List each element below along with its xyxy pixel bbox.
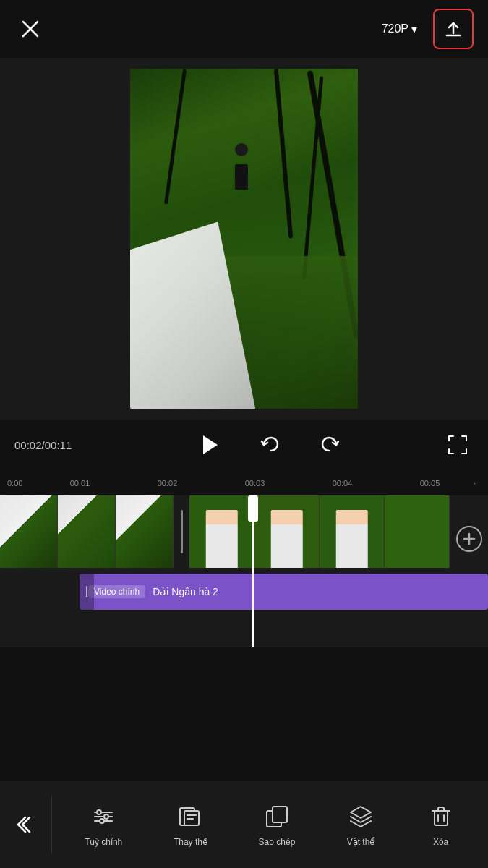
toolbar-item-xoa[interactable]: Xóa xyxy=(419,796,463,853)
quality-arrow: ▾ xyxy=(411,22,417,36)
controls-right xyxy=(437,429,474,461)
thumb-2 xyxy=(58,495,116,568)
ruler-mark-3: 00:03 xyxy=(211,479,299,488)
thumb-cut xyxy=(174,495,189,568)
close-button[interactable] xyxy=(14,13,46,45)
back-icon xyxy=(15,814,37,835)
redo-icon xyxy=(319,433,342,456)
svg-point-12 xyxy=(104,814,108,819)
preview-area xyxy=(0,58,488,420)
sliders-icon xyxy=(89,802,118,831)
toolbar-item-tuy-chinh[interactable]: Tuỳ chỉnh xyxy=(77,796,129,853)
header: 720P ▾ xyxy=(0,0,488,58)
toolbar-label-vat-the: Vật thể xyxy=(347,837,375,847)
time-display: 00:02/00:11 xyxy=(14,439,101,451)
ruler-mark-4: 00:04 xyxy=(299,479,386,488)
thumb-7 xyxy=(320,495,385,568)
toolbar-label-tuy-chinh: Tuỳ chỉnh xyxy=(85,837,122,847)
toolbar-label-xoa: Xóa xyxy=(433,837,448,847)
video-frame xyxy=(130,69,358,409)
controls-center xyxy=(101,429,437,461)
playback-controls: 00:02/00:11 xyxy=(0,420,488,470)
thumb-6 xyxy=(254,495,320,568)
redo-button[interactable] xyxy=(314,429,346,461)
audio-label-tag: Video chính xyxy=(88,585,145,598)
track-thumbnails xyxy=(0,495,488,568)
svg-rect-21 xyxy=(435,811,448,825)
header-right: 720P ▾ xyxy=(374,9,474,49)
thumb-8 xyxy=(385,495,450,568)
audio-track[interactable]: Video chính Dải Ngân hà 2 xyxy=(80,574,488,610)
replace-icon xyxy=(176,802,205,831)
bottom-toolbar: Tuỳ chỉnh Thay thế Sao ché xyxy=(0,781,488,868)
playhead-handle[interactable] xyxy=(248,495,258,522)
play-button[interactable] xyxy=(193,429,225,461)
audio-handle[interactable] xyxy=(80,574,94,610)
video-track xyxy=(0,495,488,582)
quality-label: 720P xyxy=(382,22,408,35)
ruler-mark-0: 0:00 xyxy=(7,479,36,488)
thumb-1 xyxy=(0,495,58,568)
plus-icon xyxy=(462,532,476,546)
toolbar-items: Tuỳ chỉnh Thay thế Sao ché xyxy=(52,796,488,853)
play-icon xyxy=(196,432,222,458)
thumb-5 xyxy=(189,495,254,568)
svg-marker-20 xyxy=(351,807,371,818)
add-clip-button[interactable] xyxy=(456,526,482,552)
ruler-mark-1: 00:01 xyxy=(36,479,124,488)
toolbar-label-sao-chep: Sao chép xyxy=(259,837,296,847)
ruler-mark-2: 00:02 xyxy=(124,479,211,488)
export-button[interactable] xyxy=(433,9,474,49)
trash-icon xyxy=(427,802,455,831)
svg-marker-4 xyxy=(203,435,218,454)
toolbar-label-thay-the: Thay thế xyxy=(174,837,207,847)
toolbar-item-vat-the[interactable]: Vật thể xyxy=(339,796,382,853)
svg-point-13 xyxy=(100,819,104,823)
fullscreen-icon xyxy=(447,434,468,456)
copy-icon xyxy=(262,802,291,831)
toolbar-item-thay-the[interactable]: Thay thế xyxy=(166,796,215,853)
video-person-body xyxy=(235,164,248,190)
back-button[interactable] xyxy=(0,796,52,854)
quality-button[interactable]: 720P ▾ xyxy=(374,18,424,41)
undo-icon xyxy=(258,433,281,456)
ruler-mark-6: · xyxy=(474,479,488,488)
timeline-ruler: 0:00 00:01 00:02 00:03 00:04 00:05 · xyxy=(0,470,488,495)
layers-icon xyxy=(346,802,375,831)
drag-handle-icon xyxy=(83,584,90,599)
undo-button[interactable] xyxy=(254,429,286,461)
thumb-3 xyxy=(116,495,174,568)
toolbar-item-sao-chep[interactable]: Sao chép xyxy=(252,796,303,853)
timeline-area[interactable]: Video chính Dải Ngân hà 2 xyxy=(0,495,488,647)
audio-title: Dải Ngân hà 2 xyxy=(153,586,218,597)
playhead[interactable] xyxy=(252,495,254,647)
ruler-mark-5: 00:05 xyxy=(386,479,474,488)
upload-icon xyxy=(443,19,463,39)
close-icon xyxy=(20,19,40,39)
fullscreen-button[interactable] xyxy=(442,429,474,461)
svg-rect-19 xyxy=(273,807,287,822)
svg-point-11 xyxy=(97,810,101,814)
